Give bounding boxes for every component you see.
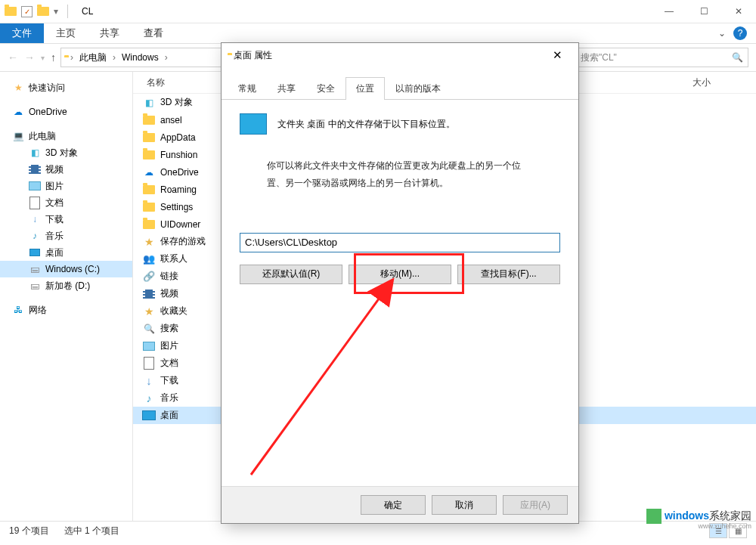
- folder-icon: [142, 131, 156, 144]
- restore-default-button[interactable]: 还原默认值(R): [240, 265, 342, 284]
- title-bar: ✓ ▾ CL — ☐ ✕: [0, 0, 756, 23]
- window-title: CL: [77, 6, 93, 17]
- desktop-folder-thumb-icon: [240, 113, 267, 135]
- navigation-pane: ★快速访问 ☁OneDrive 💻此电脑 ◧3D 对象 视频 图片 文档 ↓下载…: [0, 72, 133, 521]
- sidebar-item-documents[interactable]: 文档: [0, 194, 132, 211]
- list-item-label: 图片: [160, 339, 178, 352]
- folder-icon: [142, 200, 156, 214]
- ribbon-tab-view[interactable]: 查看: [132, 23, 175, 43]
- search-icon: 🔍: [142, 322, 156, 336]
- list-item-label: Roaming: [160, 184, 197, 195]
- sidebar-item-pictures[interactable]: 图片: [0, 178, 132, 194]
- ribbon: 文件 主页 共享 查看 ⌄ ?: [0, 23, 756, 44]
- list-item-label: Funshion: [160, 150, 197, 160]
- list-item-label: 视频: [160, 287, 178, 300]
- list-item-label: AppData: [160, 132, 196, 143]
- people-icon: 👥: [142, 252, 156, 266]
- sidebar-item-videos[interactable]: 视频: [0, 161, 132, 178]
- dialog-tab[interactable]: 安全: [306, 77, 345, 100]
- nav-forward-button[interactable]: →: [24, 51, 35, 63]
- cancel-button[interactable]: 取消: [432, 495, 497, 515]
- list-item-label: OneDrive: [160, 167, 199, 178]
- nav-up-button[interactable]: ↑: [51, 51, 56, 63]
- close-button[interactable]: ✕: [721, 0, 756, 23]
- ribbon-tab-home[interactable]: 主页: [44, 23, 88, 43]
- apply-button[interactable]: 应用(A): [503, 495, 568, 515]
- sidebar-item-windows-c[interactable]: 🖴Windows (C:): [0, 261, 132, 277]
- dl-icon: ↓: [142, 374, 156, 388]
- nav-back-button[interactable]: ←: [8, 51, 18, 63]
- folder-icon: [142, 148, 156, 162]
- list-item-label: UIDowner: [160, 219, 200, 230]
- house-icon: [646, 509, 662, 524]
- find-target-button[interactable]: 查找目标(F)...: [457, 265, 560, 284]
- list-item-label: 音乐: [160, 392, 178, 404]
- dialog-title: 桌面 属性: [234, 49, 272, 62]
- watermark: windows系统家园 www.xuhehe.com: [646, 509, 751, 524]
- breadcrumb[interactable]: Windows: [122, 52, 159, 63]
- dialog-storage-text: 文件夹 桌面 中的文件存储于以下目标位置。: [277, 118, 455, 131]
- ribbon-tab-share[interactable]: 共享: [88, 23, 132, 43]
- nav-history-dropdown[interactable]: ▾: [41, 54, 45, 62]
- list-item-label: 收藏夹: [160, 305, 187, 317]
- dialog-close-button[interactable]: ✕: [542, 45, 572, 66]
- sidebar-item-downloads[interactable]: ↓下载: [0, 211, 132, 228]
- folder-icon: [142, 183, 156, 197]
- maximize-button[interactable]: ☐: [686, 0, 721, 23]
- sidebar-item-volume-d[interactable]: 🖴新加卷 (D:): [0, 277, 132, 294]
- list-item-label: 保存的游戏: [160, 235, 206, 248]
- list-item-label: 桌面: [160, 409, 178, 422]
- folder-icon: [142, 218, 156, 231]
- dialog-tab[interactable]: 共享: [267, 77, 306, 100]
- location-path-input[interactable]: [240, 233, 560, 252]
- dialog-tab[interactable]: 常规: [228, 77, 267, 100]
- sidebar-item-music[interactable]: ♪音乐: [0, 228, 132, 244]
- list-item-label: 联系人: [160, 252, 187, 265]
- list-item-label: 文档: [160, 357, 178, 370]
- sidebar-item-this-pc[interactable]: 💻此电脑: [0, 128, 132, 144]
- item-count: 19 个项目: [9, 525, 49, 537]
- video-icon: [142, 287, 156, 301]
- folder-icon: [142, 113, 156, 127]
- list-item-label: 下载: [160, 374, 178, 387]
- list-item-label: 3D 对象: [160, 96, 193, 109]
- pic-icon: [142, 339, 156, 353]
- properties-dialog: 桌面 属性 ✕ 常规共享安全位置以前的版本 文件夹 桌面 中的文件存储于以下目标…: [221, 42, 579, 524]
- ribbon-tab-file[interactable]: 文件: [0, 23, 44, 43]
- dialog-tabs: 常规共享安全位置以前的版本: [222, 76, 578, 100]
- cloud-icon: ☁: [142, 166, 156, 179]
- help-icon[interactable]: ?: [733, 26, 747, 40]
- dialog-tab[interactable]: 位置: [345, 77, 385, 100]
- search-icon[interactable]: 🔍: [732, 52, 743, 63]
- desktop-icon: [142, 409, 156, 423]
- ok-button[interactable]: 确定: [361, 495, 426, 515]
- sidebar-item-network[interactable]: 🖧网络: [0, 302, 132, 318]
- fav-icon: ★: [142, 305, 156, 318]
- folder-icon: [5, 5, 17, 17]
- move-button[interactable]: 移动(M)...: [349, 265, 451, 284]
- breadcrumb[interactable]: 此电脑: [79, 51, 107, 64]
- doc-icon: [142, 357, 156, 370]
- threed-icon: ◧: [142, 96, 156, 110]
- search-placeholder: 搜索"CL": [581, 51, 617, 64]
- sidebar-item-quick-access[interactable]: ★快速访问: [0, 79, 132, 96]
- sidebar-item-desktop[interactable]: 桌面: [0, 244, 132, 261]
- dialog-tab[interactable]: 以前的版本: [385, 77, 451, 100]
- search-input[interactable]: 搜索"CL" 🔍: [575, 48, 748, 67]
- qa-checkbox-icon[interactable]: ✓: [21, 6, 33, 17]
- sidebar-item-onedrive[interactable]: ☁OneDrive: [0, 104, 132, 120]
- list-item-label: 链接: [160, 270, 178, 283]
- ribbon-expand-icon[interactable]: ⌄: [718, 28, 726, 39]
- list-item-label: ansel: [160, 115, 182, 125]
- list-item-label: Settings: [160, 202, 193, 212]
- selected-count: 选中 1 个项目: [64, 525, 119, 537]
- minimize-button[interactable]: —: [652, 0, 686, 23]
- dialog-title-bar: 桌面 属性 ✕: [222, 43, 578, 67]
- fav-icon: ★: [142, 235, 156, 249]
- music-icon: ♪: [142, 392, 156, 405]
- column-size[interactable]: 大小: [692, 76, 756, 89]
- qa-overflow-icon[interactable]: ▾: [54, 6, 58, 17]
- sidebar-item-3d-objects[interactable]: ◧3D 对象: [0, 144, 132, 161]
- folder-icon-2: [37, 5, 49, 17]
- list-item-label: 搜索: [160, 322, 178, 335]
